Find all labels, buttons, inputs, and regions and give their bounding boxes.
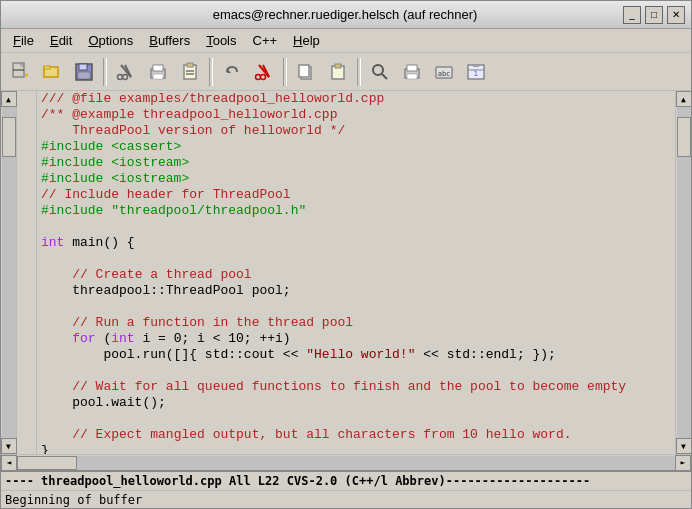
svg-rect-5 — [44, 66, 50, 69]
code-line-9 — [41, 219, 659, 235]
left-scrollbar[interactable]: ▲ ▼ — [1, 91, 17, 454]
code-line-1: /// @file examples/threadpool_helloworld… — [41, 91, 659, 107]
menu-help[interactable]: Help — [285, 31, 328, 50]
cut-button[interactable] — [111, 57, 141, 87]
code-line-16: for (int i = 0; i < 10; ++i) — [41, 331, 659, 347]
svg-rect-7 — [79, 64, 87, 70]
right-scrollbar[interactable]: ▲ ▼ — [675, 91, 691, 454]
code-line-13: threadpool::ThreadPool pool; — [41, 283, 659, 299]
search-button[interactable] — [365, 57, 395, 87]
menu-options[interactable]: Options — [80, 31, 141, 50]
h-scroll-thumb[interactable] — [17, 456, 77, 470]
code-line-2: /** @example threadpool_helloworld.cpp — [41, 107, 659, 123]
svg-rect-33 — [407, 74, 417, 79]
svg-point-29 — [373, 65, 383, 75]
svg-rect-14 — [153, 65, 163, 71]
code-line-7: // Include header for ThreadPool — [41, 187, 659, 203]
main-window: emacs@rechner.ruediger.helsch (auf rechn… — [0, 0, 692, 509]
code-line-19: // Wait for all queued functions to fini… — [41, 379, 659, 395]
scroll-up-arrow[interactable]: ▲ — [1, 91, 17, 107]
toolbar-sep-2 — [209, 58, 213, 86]
undo-button[interactable] — [217, 57, 247, 87]
scroll-down-right[interactable]: ▼ — [676, 438, 692, 454]
code-line-5: #include <iostream> — [41, 155, 659, 171]
svg-rect-15 — [153, 74, 163, 79]
paste-special-button[interactable] — [175, 57, 205, 87]
toolbar: abc ── i — [1, 53, 691, 91]
window-title: emacs@rechner.ruediger.helsch (auf rechn… — [67, 7, 623, 22]
svg-rect-17 — [187, 63, 193, 67]
menu-bar: File Edit Options Buffers Tools C++ Help — [1, 29, 691, 53]
copy-button[interactable] — [291, 57, 321, 87]
code-line-23: } — [41, 443, 659, 454]
svg-text:i: i — [474, 69, 479, 78]
svg-text:abc: abc — [438, 70, 451, 78]
status-text: ---- threadpool_helloworld.cpp All L22 C… — [5, 474, 590, 488]
svg-rect-28 — [335, 64, 341, 68]
toolbar-sep-3 — [283, 58, 287, 86]
code-line-20: pool.wait(); — [41, 395, 659, 411]
horizontal-scrollbar: ◄ ► — [1, 454, 691, 470]
code-line-12: // Create a thread pool — [41, 267, 659, 283]
code-line-18 — [41, 363, 659, 379]
line-number-gutter — [17, 91, 37, 454]
code-editor[interactable]: /// @file examples/threadpool_helloworld… — [37, 91, 675, 454]
scroll-down-arrow[interactable]: ▼ — [1, 438, 17, 454]
print-button[interactable] — [143, 57, 173, 87]
code-line-11 — [41, 251, 659, 267]
maximize-button[interactable]: □ — [645, 6, 663, 24]
paste-button[interactable] — [323, 57, 353, 87]
svg-rect-8 — [78, 72, 90, 79]
toolbar-sep-1 — [103, 58, 107, 86]
svg-line-30 — [382, 74, 387, 79]
echo-area: Beginning of buffer — [1, 490, 691, 508]
close-button[interactable]: ✕ — [667, 6, 685, 24]
code-line-15: // Run a function in the thread pool — [41, 315, 659, 331]
code-line-3: ThreadPool version of helloworld */ — [41, 123, 659, 139]
code-line-4: #include <cassert> — [41, 139, 659, 155]
scissors-red-button[interactable] — [249, 57, 279, 87]
scroll-left-arrow[interactable]: ◄ — [1, 455, 17, 471]
scroll-right-arrow[interactable]: ► — [675, 455, 691, 471]
code-line-6: #include <iostream> — [41, 171, 659, 187]
code-line-14 — [41, 299, 659, 315]
scroll-thumb-right[interactable] — [677, 117, 691, 157]
menu-edit[interactable]: Edit — [42, 31, 80, 50]
scroll-track-left[interactable] — [2, 107, 16, 438]
menu-buffers[interactable]: Buffers — [141, 31, 198, 50]
info-button[interactable]: ── i — [461, 57, 491, 87]
scroll-up-right[interactable]: ▲ — [676, 91, 692, 107]
code-line-8: #include "threadpool/threadpool.h" — [41, 203, 659, 219]
minimize-button[interactable]: _ — [623, 6, 641, 24]
status-bar: ---- threadpool_helloworld.cpp All L22 C… — [1, 470, 691, 490]
svg-point-24 — [261, 74, 266, 79]
title-bar: emacs@rechner.ruediger.helsch (auf rechn… — [1, 1, 691, 29]
svg-marker-3 — [25, 74, 28, 77]
echo-text: Beginning of buffer — [5, 493, 142, 507]
save-file-button[interactable] — [69, 57, 99, 87]
h-scroll-track[interactable] — [17, 456, 675, 470]
new-file-button[interactable] — [5, 57, 35, 87]
window-controls: _ □ ✕ — [623, 6, 685, 24]
svg-rect-32 — [407, 65, 417, 71]
code-line-17: pool.run([]{ std::cout << "Hello world!"… — [41, 347, 659, 363]
open-file-button[interactable] — [37, 57, 67, 87]
scroll-thumb-left[interactable] — [2, 117, 16, 157]
code-line-22: // Expect mangled output, but all charac… — [41, 427, 659, 443]
scroll-track-right[interactable] — [677, 107, 691, 438]
svg-rect-26 — [299, 65, 309, 77]
code-line-21 — [41, 411, 659, 427]
menu-tools[interactable]: Tools — [198, 31, 244, 50]
toolbar-sep-4 — [357, 58, 361, 86]
svg-point-12 — [123, 74, 128, 79]
code-line-10: int main() { — [41, 235, 659, 251]
menu-cpp[interactable]: C++ — [245, 31, 286, 50]
print2-button[interactable] — [397, 57, 427, 87]
main-area: ▲ ▼ /// @file examples/threadpool_hellow… — [1, 91, 691, 454]
zoom-button[interactable]: abc — [429, 57, 459, 87]
menu-file[interactable]: File — [5, 31, 42, 50]
